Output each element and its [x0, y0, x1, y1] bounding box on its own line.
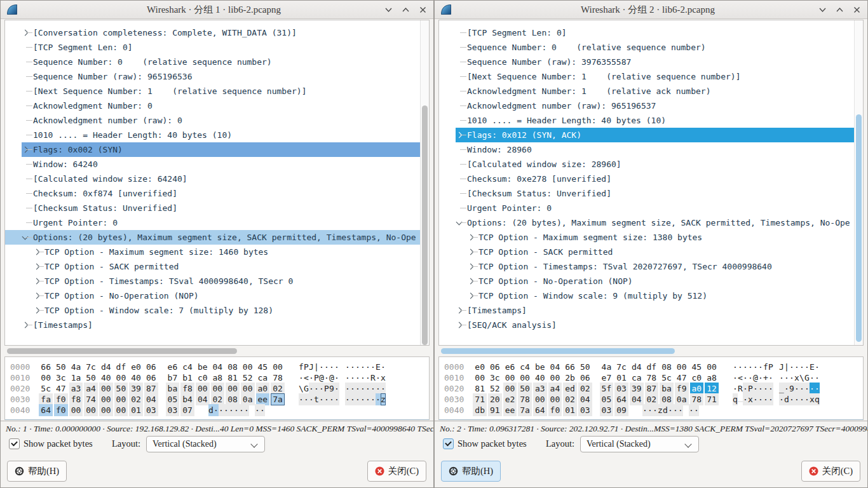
tree-row[interactable]: [Timestamps] [5, 318, 420, 332]
chevron-right-icon[interactable] [34, 293, 40, 299]
maximize-icon[interactable] [836, 6, 844, 14]
packet-bytes-pane[interactable]: 000066504a7cd4dfe006e6c4be0408004500fPJ|… [4, 356, 430, 420]
ascii-char[interactable]: d [663, 404, 668, 416]
tree-row[interactable]: Acknowledgment number (raw): 965196537 [439, 98, 854, 113]
hex-row[interactable]: 0030faf0f8740000020405b40402080aee7a···t… [10, 393, 429, 404]
tree-row[interactable]: Flags: 0x012 (SYN, ACK) [439, 128, 854, 142]
scrollbar-handle[interactable] [856, 114, 862, 342]
hex-row[interactable]: 0010003c000040002b06e701ca785c47c0a8·<··… [444, 372, 863, 383]
layout-select[interactable]: Vertical (Stacked) [580, 436, 699, 452]
hex-byte[interactable]: 00 [84, 404, 98, 416]
ascii-char[interactable]: x [748, 393, 753, 405]
close-button[interactable]: 关闭(C) [801, 461, 860, 482]
tree-row[interactable]: [SEQ/ACK analysis] [439, 318, 854, 332]
tree-row[interactable]: [Conversation completeness: Complete, WI… [5, 25, 420, 40]
layout-select[interactable]: Vertical (Stacked) [146, 436, 265, 452]
tree-row[interactable]: Window: 64240 [5, 157, 420, 172]
ascii-char[interactable]: · [794, 393, 799, 405]
chevron-right-icon[interactable] [34, 278, 40, 285]
ascii-char[interactable]: · [648, 404, 653, 416]
hex-byte[interactable]: 09 [614, 404, 628, 416]
chevron-right-icon[interactable] [34, 264, 40, 270]
tree-row[interactable]: Sequence Number: 0 (relative sequence nu… [439, 40, 854, 55]
ascii-char[interactable]: d [208, 404, 214, 416]
packet-detail-tree[interactable]: [TCP Segment Len: 0]Sequence Number: 0 (… [438, 20, 864, 346]
ascii-char[interactable]: · [370, 393, 376, 405]
packet-detail-tree[interactable]: [Conversation completeness: Complete, WI… [4, 20, 430, 346]
ascii-char[interactable]: · [779, 393, 784, 405]
tree-row[interactable]: TCP Option - SACK permitted [5, 259, 420, 274]
tree-row[interactable]: 1010 .... = Header Length: 40 bytes (10) [5, 128, 420, 142]
ascii-char[interactable]: z [658, 404, 663, 416]
tree-row[interactable]: Checksum: 0xe278 [unverified] [439, 172, 854, 186]
ascii-char[interactable]: x [810, 393, 815, 405]
ascii-char[interactable] [738, 401, 743, 402]
chevron-right-icon[interactable] [456, 132, 463, 139]
ascii-char[interactable]: · [219, 404, 224, 416]
chevron-right-icon[interactable] [468, 278, 474, 285]
hex-row[interactable]: 00307120e2780000020405640402080a7871q ·x… [444, 393, 863, 404]
ascii-char[interactable]: · [678, 404, 683, 416]
titlebar[interactable]: Wireshark · 分组 1 · lib6-2.pcapng [1, 1, 433, 19]
scrollbar-handle[interactable] [422, 105, 428, 345]
hex-byte[interactable]: f0 [548, 404, 562, 416]
ascii-char[interactable]: · [763, 393, 768, 405]
hex-row[interactable]: 002081520050a3a4ed025f033987baf9a012·R·P… [444, 383, 863, 393]
titlebar[interactable]: Wireshark · 分组 2 · lib6-2.pcapng [435, 1, 867, 19]
ascii-char[interactable]: · [365, 393, 370, 405]
ascii-char[interactable]: · [229, 404, 234, 416]
hex-row[interactable]: 0010003c1a5040004006b7b1c0a88152ca78·<·P… [10, 372, 429, 383]
show-packet-bytes-checkbox[interactable] [443, 438, 454, 449]
chevron-right-icon[interactable] [22, 147, 29, 153]
tree-row[interactable]: 1010 .... = Header Length: 40 bytes (10) [439, 113, 854, 128]
ascii-char[interactable]: · [694, 404, 699, 416]
ascii-char[interactable]: · [653, 404, 658, 416]
ascii-char[interactable]: · [753, 393, 758, 405]
tree-row[interactable]: [Next Sequence Number: 1 (relative seque… [439, 69, 854, 84]
ascii-char[interactable]: · [334, 393, 339, 405]
tree-row[interactable]: [Checksum Status: Unverified] [5, 201, 420, 215]
tree-row[interactable]: [Calculated window size: 64240] [5, 172, 420, 186]
scrollbar-handle[interactable] [441, 348, 675, 354]
chevron-right-icon[interactable] [34, 249, 40, 255]
ascii-char[interactable]: · [234, 404, 239, 416]
tree-row[interactable]: Flags: 0x002 (SYN) [5, 142, 420, 157]
tree-row[interactable]: [Checksum Status: Unverified] [439, 186, 854, 201]
tree-row[interactable]: Acknowledgment Number: 1 (relative ack n… [439, 84, 854, 98]
hex-byte[interactable]: 01 [563, 404, 577, 416]
hex-byte[interactable]: ee [503, 404, 517, 416]
tree-row[interactable]: Options: (20 bytes), Maximum segment siz… [5, 230, 420, 245]
chevron-down-icon[interactable] [22, 234, 29, 240]
ascii-char[interactable]: · [768, 393, 773, 405]
hex-byte[interactable]: 03 [144, 404, 158, 416]
tree-row[interactable]: [Timestamps] [439, 303, 854, 318]
chevron-right-icon[interactable] [468, 293, 474, 299]
scrollbar-handle[interactable] [7, 348, 237, 354]
hex-byte[interactable]: 64 [533, 404, 547, 416]
tree-row[interactable]: Urgent Pointer: 0 [439, 201, 854, 215]
chevron-right-icon[interactable] [22, 30, 29, 36]
ascii-char[interactable]: · [214, 404, 219, 416]
hex-byte[interactable]: 03 [166, 404, 180, 416]
ascii-char[interactable]: · [642, 404, 648, 416]
hex-byte[interactable]: db [473, 404, 487, 416]
tree-row[interactable]: TCP Option - Window scale: 9 (multiply b… [439, 288, 854, 303]
ascii-char[interactable]: · [789, 393, 794, 405]
hex-byte[interactable]: f0 [54, 404, 68, 416]
hex-byte[interactable]: 91 [488, 404, 502, 416]
maximize-icon[interactable] [402, 6, 410, 14]
ascii-char[interactable]: z [381, 393, 386, 405]
ascii-char[interactable]: · [758, 393, 763, 405]
hex-byte[interactable]: 7a [518, 404, 532, 416]
hex-byte[interactable]: 7a [271, 393, 285, 405]
ascii-char[interactable]: · [804, 393, 810, 405]
hex-byte[interactable]: 07 [180, 404, 194, 416]
tree-row[interactable]: Sequence Number: 0 (relative sequence nu… [5, 55, 420, 69]
tree-row[interactable]: TCP Option - No-Operation (NOP) [5, 288, 420, 303]
hex-byte[interactable]: 00 [69, 404, 83, 416]
help-button[interactable]: 帮助(H) [441, 461, 501, 482]
ascii-char[interactable]: q [815, 393, 820, 405]
ascii-char[interactable]: · [255, 404, 260, 416]
chevron-right-icon[interactable] [34, 308, 40, 314]
hex-byte[interactable]: 64 [39, 404, 53, 416]
